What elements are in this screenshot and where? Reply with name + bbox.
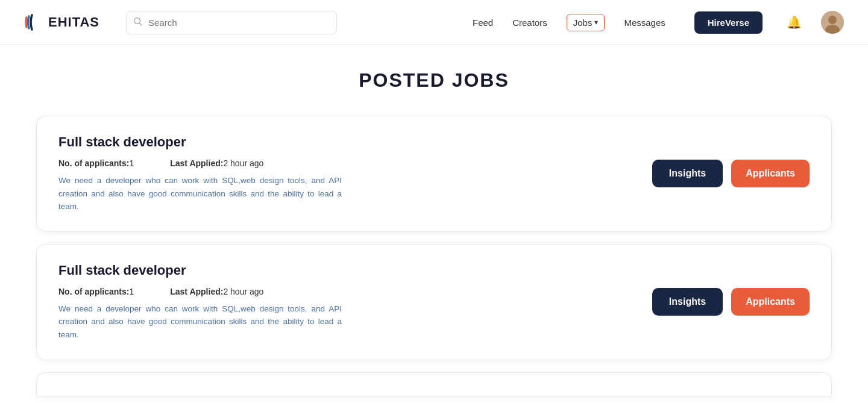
- svg-point-3: [828, 16, 837, 24]
- nav-messages[interactable]: Messages: [624, 17, 665, 28]
- svg-line-1: [140, 23, 142, 26]
- chevron-down-icon: ▾: [594, 18, 598, 27]
- job-description: We need a developer who can work with SQ…: [58, 302, 342, 342]
- search-input[interactable]: [126, 11, 337, 34]
- nav-jobs-label: Jobs: [573, 17, 593, 28]
- applicants-value: 1: [129, 158, 134, 168]
- applicants-count: No. of applicants:1: [58, 287, 134, 296]
- last-applied-label: Last Applied:: [170, 158, 223, 168]
- last-applied-value: 2 hour ago: [223, 287, 263, 296]
- job-actions: Insights Applicants: [652, 160, 810, 187]
- applicants-label: No. of applicants:: [58, 158, 129, 168]
- avatar[interactable]: [821, 11, 844, 34]
- job-meta: No. of applicants:1 Last Applied:2 hour …: [58, 287, 628, 296]
- job-info: Full stack developer No. of applicants:1…: [58, 134, 628, 213]
- nav-feed[interactable]: Feed: [473, 17, 493, 28]
- hireverse-button[interactable]: HireVerse: [694, 11, 763, 34]
- bell-icon[interactable]: 🔔: [787, 15, 802, 30]
- job-actions: Insights Applicants: [652, 288, 810, 316]
- job-description: We need a developer who can work with SQ…: [58, 174, 342, 213]
- insights-button[interactable]: Insights: [652, 288, 723, 316]
- last-applied: Last Applied:2 hour ago: [170, 287, 263, 296]
- job-title: Full stack developer: [58, 134, 628, 150]
- logo-text: EHITAS: [48, 14, 99, 30]
- search-icon: [133, 17, 142, 28]
- job-card: Full stack developer No. of applicants:1…: [36, 244, 832, 360]
- applicants-value: 1: [129, 287, 134, 296]
- last-applied-label: Last Applied:: [170, 287, 223, 296]
- job-info: Full stack developer No. of applicants:1…: [58, 263, 628, 342]
- main-content: POSTED JOBS Full stack developer No. of …: [0, 45, 868, 403]
- header: EHITAS Feed Creators Jobs ▾ Messages Hir…: [0, 0, 868, 45]
- applicants-button[interactable]: Applicants: [731, 160, 810, 187]
- applicants-count: No. of applicants:1: [58, 158, 134, 168]
- job-card-partial: [36, 372, 832, 396]
- nav: Feed Creators Jobs ▾ Messages HireVerse …: [473, 11, 844, 34]
- applicants-label: No. of applicants:: [58, 287, 129, 296]
- nav-jobs-dropdown[interactable]: Jobs ▾: [567, 14, 605, 31]
- last-applied-value: 2 hour ago: [223, 158, 263, 168]
- page-title: POSTED JOBS: [36, 69, 832, 92]
- job-card: Full stack developer No. of applicants:1…: [36, 116, 832, 232]
- insights-button[interactable]: Insights: [652, 160, 723, 187]
- nav-creators[interactable]: Creators: [512, 17, 547, 28]
- last-applied: Last Applied:2 hour ago: [170, 158, 263, 168]
- search-wrapper: [126, 11, 337, 34]
- logo: EHITAS: [24, 14, 99, 31]
- applicants-button[interactable]: Applicants: [731, 288, 810, 316]
- job-meta: No. of applicants:1 Last Applied:2 hour …: [58, 158, 628, 168]
- logo-icon: [24, 14, 46, 31]
- job-title: Full stack developer: [58, 263, 628, 278]
